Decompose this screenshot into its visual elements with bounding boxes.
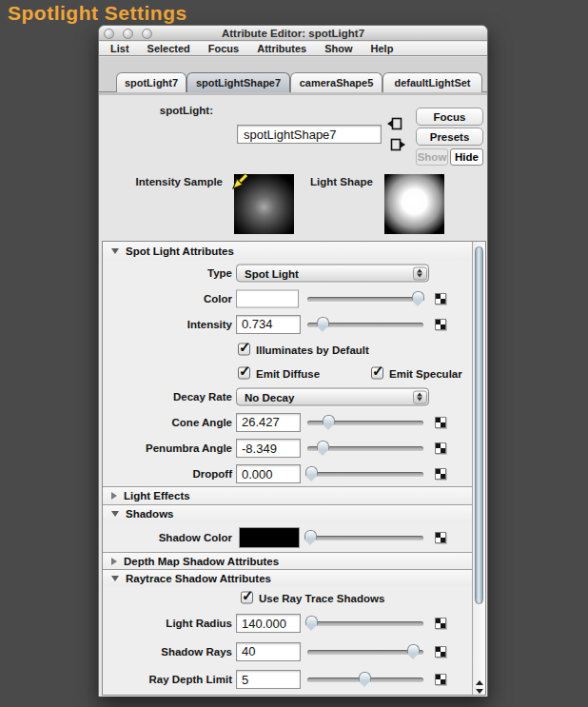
menu-selected[interactable]: Selected [147,43,190,54]
slider-thumb[interactable] [304,530,317,540]
illuminates-label: Illuminates by Default [256,344,369,355]
tab-camerashape5[interactable]: cameraShape5 [290,72,382,92]
slider-track[interactable] [307,536,423,540]
menu-focus[interactable]: Focus [208,43,239,54]
shadow-color-label: Shadow Color [103,532,232,543]
penumbra-angle-slider[interactable] [307,441,423,456]
scroll-up-arrow-icon[interactable] [476,680,483,685]
type-dropdown[interactable]: Spot Light [236,265,429,283]
illuminates-row: Illuminates by Default [103,337,474,362]
collapse-triangle-icon [111,576,119,581]
slider-track[interactable] [307,297,423,302]
dropoff-slider[interactable] [307,466,423,481]
slider-thumb[interactable] [305,466,318,476]
tab-spotlight7[interactable]: spotLight7 [116,72,186,92]
penumbra-angle-label: Penumbra Angle [103,442,232,454]
expand-triangle-icon [111,492,117,500]
ray-depth-limit-label: Ray Depth Limit [103,674,232,685]
scrollbar[interactable] [472,242,485,695]
slider-thumb[interactable] [407,644,420,654]
menu-show[interactable]: Show [324,43,352,54]
focus-button[interactable]: Focus [416,108,483,126]
light-radius-input[interactable] [236,614,301,633]
type-value: Spot Light [245,267,299,279]
cursor-icon [231,171,250,190]
slider-thumb[interactable] [359,672,371,681]
light-shape-image [384,174,444,234]
light-shape-label: Light Shape [310,176,373,187]
slider-thumb[interactable] [317,317,329,326]
slider-thumb[interactable] [412,291,424,301]
shadow-color-swatch[interactable] [239,527,300,548]
texture-map-icon[interactable] [435,618,446,629]
emit-specular-checkbox[interactable] [371,367,383,380]
section-spot-light-attributes[interactable]: Spot Light Attributes [103,242,474,261]
illuminates-checkbox[interactable] [238,344,250,356]
use-raytrace-checkbox[interactable] [241,592,253,604]
intensity-input[interactable] [236,315,301,334]
scrollbar-thumb[interactable] [475,246,483,604]
arrow-out-of-box-icon[interactable] [390,137,405,152]
section-depth-map-shadow[interactable]: Depth Map Shadow Attributes [103,552,474,569]
slider-thumb[interactable] [317,441,329,450]
penumbra-angle-input[interactable] [236,439,301,458]
texture-map-icon[interactable] [435,532,446,543]
section-raytrace-shadow[interactable]: Raytrace Shadow Attributes [103,569,474,586]
node-type-label: spotLight: [99,105,213,116]
window-titlebar[interactable]: Attribute Editor: spotLight7 [99,26,487,41]
slider-track[interactable] [307,650,423,655]
stepper-icon [413,266,427,280]
texture-map-icon[interactable] [435,674,446,685]
shadow-color-slider[interactable] [307,530,423,545]
texture-map-icon[interactable] [435,646,446,658]
window-title: Attribute Editor: spotLight7 [99,28,487,39]
page-title: Spotlight Settings [8,2,187,25]
texture-map-icon[interactable] [435,442,446,454]
arrow-into-box-icon[interactable] [387,116,402,131]
ray-depth-limit-slider[interactable] [307,672,423,687]
shadow-rays-slider[interactable] [307,644,423,659]
slider-thumb[interactable] [323,415,335,424]
section-title: Raytrace Shadow Attributes [126,573,271,584]
hide-button[interactable]: Hide [450,148,483,166]
ray-depth-limit-input[interactable] [236,670,301,689]
menu-attributes[interactable]: Attributes [257,43,306,54]
shadow-rays-input[interactable] [236,642,301,661]
stepper-icon [413,390,427,403]
texture-map-icon[interactable] [435,293,446,304]
section-light-effects[interactable]: Light Effects [103,486,474,504]
decay-rate-dropdown[interactable]: No Decay [236,388,429,406]
decay-rate-row: Decay Rate No Decay [103,384,474,409]
tab-defaultlightset[interactable]: defaultLightSet [382,72,482,92]
slider-track[interactable] [307,621,423,626]
color-slider[interactable] [307,291,423,306]
type-label: Type [103,267,232,279]
emit-diffuse-checkbox[interactable] [238,367,250,380]
texture-map-icon[interactable] [435,417,446,428]
dropoff-row: Dropoff [103,462,474,486]
cone-angle-slider[interactable] [307,415,423,430]
node-name-input[interactable] [237,125,382,144]
color-row: Color [103,285,474,311]
cone-angle-input[interactable] [236,413,301,432]
menu-list[interactable]: List [110,43,129,54]
light-radius-slider[interactable] [307,616,423,631]
section-shadows[interactable]: Shadows [103,504,474,522]
presets-button[interactable]: Presets [416,128,483,146]
slider-thumb[interactable] [305,616,318,625]
texture-map-icon[interactable] [435,319,446,330]
intensity-slider[interactable] [307,317,423,332]
slider-track[interactable] [307,472,423,477]
texture-map-icon[interactable] [435,468,446,480]
color-swatch[interactable] [236,289,299,307]
menu-help[interactable]: Help [371,43,394,54]
dropoff-input[interactable] [236,464,301,483]
emit-diffuse-label: Emit Diffuse [256,367,320,379]
show-button: Show [416,148,448,166]
intensity-label: Intensity [103,319,232,330]
use-raytrace-row: Use Ray Trace Shadows [103,586,474,609]
scroll-down-arrow-icon[interactable] [476,689,483,694]
tab-spotlightshape7[interactable]: spotLightShape7 [186,72,290,92]
emit-specular-label: Emit Specular [389,367,462,379]
collapse-triangle-icon [111,511,119,517]
